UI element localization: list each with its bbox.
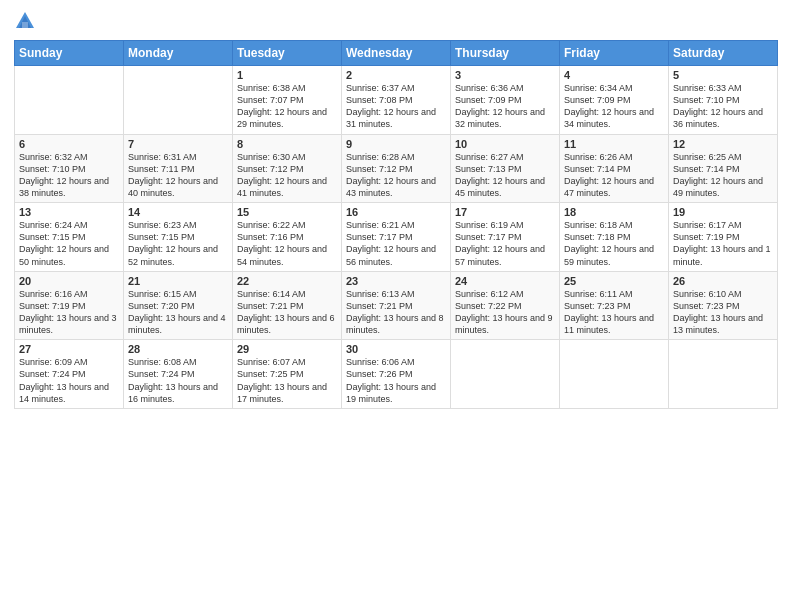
day-number: 22: [237, 275, 337, 287]
calendar-cell: 18Sunrise: 6:18 AMSunset: 7:18 PMDayligh…: [560, 203, 669, 272]
day-number: 12: [673, 138, 773, 150]
day-number: 4: [564, 69, 664, 81]
page: SundayMondayTuesdayWednesdayThursdayFrid…: [0, 0, 792, 612]
day-info: Sunrise: 6:09 AMSunset: 7:24 PMDaylight:…: [19, 356, 119, 405]
day-number: 26: [673, 275, 773, 287]
calendar-cell: 1Sunrise: 6:38 AMSunset: 7:07 PMDaylight…: [233, 66, 342, 135]
day-number: 6: [19, 138, 119, 150]
calendar-cell: 8Sunrise: 6:30 AMSunset: 7:12 PMDaylight…: [233, 134, 342, 203]
day-number: 24: [455, 275, 555, 287]
day-of-week-header: Friday: [560, 41, 669, 66]
calendar-week-row: 1Sunrise: 6:38 AMSunset: 7:07 PMDaylight…: [15, 66, 778, 135]
day-info: Sunrise: 6:13 AMSunset: 7:21 PMDaylight:…: [346, 288, 446, 337]
day-info: Sunrise: 6:33 AMSunset: 7:10 PMDaylight:…: [673, 82, 773, 131]
logo-icon: [14, 10, 36, 32]
calendar-cell: 23Sunrise: 6:13 AMSunset: 7:21 PMDayligh…: [342, 271, 451, 340]
calendar-cell: 7Sunrise: 6:31 AMSunset: 7:11 PMDaylight…: [124, 134, 233, 203]
day-info: Sunrise: 6:17 AMSunset: 7:19 PMDaylight:…: [673, 219, 773, 268]
calendar-cell: 12Sunrise: 6:25 AMSunset: 7:14 PMDayligh…: [669, 134, 778, 203]
day-number: 29: [237, 343, 337, 355]
day-info: Sunrise: 6:25 AMSunset: 7:14 PMDaylight:…: [673, 151, 773, 200]
calendar-cell: 22Sunrise: 6:14 AMSunset: 7:21 PMDayligh…: [233, 271, 342, 340]
day-info: Sunrise: 6:28 AMSunset: 7:12 PMDaylight:…: [346, 151, 446, 200]
day-number: 10: [455, 138, 555, 150]
day-of-week-header: Tuesday: [233, 41, 342, 66]
day-number: 21: [128, 275, 228, 287]
day-number: 1: [237, 69, 337, 81]
day-number: 17: [455, 206, 555, 218]
day-info: Sunrise: 6:31 AMSunset: 7:11 PMDaylight:…: [128, 151, 228, 200]
day-number: 27: [19, 343, 119, 355]
day-of-week-header: Sunday: [15, 41, 124, 66]
calendar-cell: 26Sunrise: 6:10 AMSunset: 7:23 PMDayligh…: [669, 271, 778, 340]
calendar-cell: 14Sunrise: 6:23 AMSunset: 7:15 PMDayligh…: [124, 203, 233, 272]
day-info: Sunrise: 6:10 AMSunset: 7:23 PMDaylight:…: [673, 288, 773, 337]
day-of-week-header: Monday: [124, 41, 233, 66]
calendar-cell: [669, 340, 778, 409]
calendar-cell: 20Sunrise: 6:16 AMSunset: 7:19 PMDayligh…: [15, 271, 124, 340]
day-number: 20: [19, 275, 119, 287]
day-number: 5: [673, 69, 773, 81]
day-info: Sunrise: 6:16 AMSunset: 7:19 PMDaylight:…: [19, 288, 119, 337]
day-info: Sunrise: 6:26 AMSunset: 7:14 PMDaylight:…: [564, 151, 664, 200]
day-info: Sunrise: 6:22 AMSunset: 7:16 PMDaylight:…: [237, 219, 337, 268]
header: [14, 10, 778, 32]
calendar-cell: 16Sunrise: 6:21 AMSunset: 7:17 PMDayligh…: [342, 203, 451, 272]
day-info: Sunrise: 6:27 AMSunset: 7:13 PMDaylight:…: [455, 151, 555, 200]
calendar-cell: 9Sunrise: 6:28 AMSunset: 7:12 PMDaylight…: [342, 134, 451, 203]
day-info: Sunrise: 6:18 AMSunset: 7:18 PMDaylight:…: [564, 219, 664, 268]
day-number: 3: [455, 69, 555, 81]
calendar-cell: [560, 340, 669, 409]
day-info: Sunrise: 6:06 AMSunset: 7:26 PMDaylight:…: [346, 356, 446, 405]
calendar-cell: [124, 66, 233, 135]
calendar-week-row: 27Sunrise: 6:09 AMSunset: 7:24 PMDayligh…: [15, 340, 778, 409]
day-info: Sunrise: 6:30 AMSunset: 7:12 PMDaylight:…: [237, 151, 337, 200]
day-number: 23: [346, 275, 446, 287]
day-info: Sunrise: 6:36 AMSunset: 7:09 PMDaylight:…: [455, 82, 555, 131]
calendar-cell: 6Sunrise: 6:32 AMSunset: 7:10 PMDaylight…: [15, 134, 124, 203]
calendar-week-row: 13Sunrise: 6:24 AMSunset: 7:15 PMDayligh…: [15, 203, 778, 272]
day-info: Sunrise: 6:15 AMSunset: 7:20 PMDaylight:…: [128, 288, 228, 337]
day-number: 7: [128, 138, 228, 150]
calendar-cell: 5Sunrise: 6:33 AMSunset: 7:10 PMDaylight…: [669, 66, 778, 135]
calendar-cell: 25Sunrise: 6:11 AMSunset: 7:23 PMDayligh…: [560, 271, 669, 340]
day-info: Sunrise: 6:34 AMSunset: 7:09 PMDaylight:…: [564, 82, 664, 131]
calendar-cell: 15Sunrise: 6:22 AMSunset: 7:16 PMDayligh…: [233, 203, 342, 272]
calendar-cell: 24Sunrise: 6:12 AMSunset: 7:22 PMDayligh…: [451, 271, 560, 340]
day-info: Sunrise: 6:11 AMSunset: 7:23 PMDaylight:…: [564, 288, 664, 337]
day-number: 25: [564, 275, 664, 287]
calendar-cell: [15, 66, 124, 135]
day-number: 13: [19, 206, 119, 218]
calendar-cell: 4Sunrise: 6:34 AMSunset: 7:09 PMDaylight…: [560, 66, 669, 135]
calendar-cell: [451, 340, 560, 409]
day-number: 28: [128, 343, 228, 355]
day-info: Sunrise: 6:21 AMSunset: 7:17 PMDaylight:…: [346, 219, 446, 268]
day-info: Sunrise: 6:37 AMSunset: 7:08 PMDaylight:…: [346, 82, 446, 131]
svg-rect-2: [22, 22, 28, 28]
day-info: Sunrise: 6:07 AMSunset: 7:25 PMDaylight:…: [237, 356, 337, 405]
calendar-cell: 2Sunrise: 6:37 AMSunset: 7:08 PMDaylight…: [342, 66, 451, 135]
day-number: 18: [564, 206, 664, 218]
day-info: Sunrise: 6:19 AMSunset: 7:17 PMDaylight:…: [455, 219, 555, 268]
logo: [14, 10, 38, 32]
calendar-cell: 13Sunrise: 6:24 AMSunset: 7:15 PMDayligh…: [15, 203, 124, 272]
calendar-cell: 17Sunrise: 6:19 AMSunset: 7:17 PMDayligh…: [451, 203, 560, 272]
day-number: 15: [237, 206, 337, 218]
calendar-cell: 29Sunrise: 6:07 AMSunset: 7:25 PMDayligh…: [233, 340, 342, 409]
day-info: Sunrise: 6:24 AMSunset: 7:15 PMDaylight:…: [19, 219, 119, 268]
day-number: 14: [128, 206, 228, 218]
calendar-cell: 30Sunrise: 6:06 AMSunset: 7:26 PMDayligh…: [342, 340, 451, 409]
calendar-cell: 11Sunrise: 6:26 AMSunset: 7:14 PMDayligh…: [560, 134, 669, 203]
day-info: Sunrise: 6:14 AMSunset: 7:21 PMDaylight:…: [237, 288, 337, 337]
day-of-week-header: Saturday: [669, 41, 778, 66]
calendar-week-row: 20Sunrise: 6:16 AMSunset: 7:19 PMDayligh…: [15, 271, 778, 340]
calendar-cell: 10Sunrise: 6:27 AMSunset: 7:13 PMDayligh…: [451, 134, 560, 203]
day-number: 9: [346, 138, 446, 150]
day-number: 16: [346, 206, 446, 218]
calendar-header-row: SundayMondayTuesdayWednesdayThursdayFrid…: [15, 41, 778, 66]
calendar-cell: 27Sunrise: 6:09 AMSunset: 7:24 PMDayligh…: [15, 340, 124, 409]
day-number: 11: [564, 138, 664, 150]
day-number: 2: [346, 69, 446, 81]
calendar-cell: 19Sunrise: 6:17 AMSunset: 7:19 PMDayligh…: [669, 203, 778, 272]
day-info: Sunrise: 6:23 AMSunset: 7:15 PMDaylight:…: [128, 219, 228, 268]
